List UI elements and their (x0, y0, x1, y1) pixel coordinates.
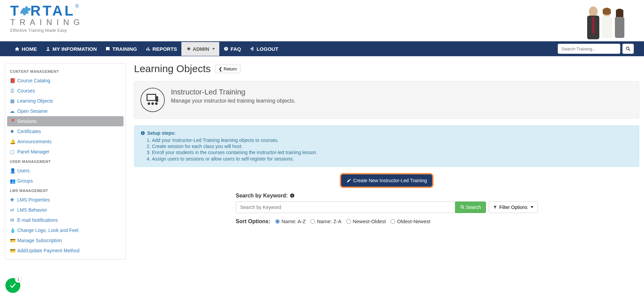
svg-rect-15 (147, 94, 156, 101)
help-icon[interactable]: ? (290, 193, 295, 198)
info-panel: Instructor-Led Training Manage your inst… (134, 81, 639, 119)
main-content: Learning Objects ❮Return Instructor-Led … (134, 63, 639, 259)
return-button[interactable]: ❮Return (215, 65, 241, 73)
chevron-left-icon: ❮ (219, 66, 222, 71)
filter-options-button[interactable]: Filter Options (489, 201, 537, 213)
sidebar-item-open-sesame[interactable]: ☁Open Sesame (5, 106, 126, 116)
question-icon: ? (224, 46, 228, 51)
info-title: Instructor-Led Training (171, 88, 295, 97)
star-icon: ✸ (10, 129, 15, 134)
user-icon (46, 46, 50, 51)
panel-icon: ▢ (10, 149, 15, 154)
setup-step: Assign users to sessions or allow users … (152, 156, 633, 162)
search-button[interactable] (622, 44, 634, 54)
sidebar-item-email-notifications[interactable]: ✉E-mail Notifications (5, 215, 126, 225)
sort-newest-oldest[interactable]: Newest-Oldest (346, 218, 386, 224)
svg-rect-8 (146, 48, 147, 50)
nav-my-information[interactable]: MY INFORMATION (41, 42, 101, 56)
home-icon (15, 46, 20, 51)
search-panel: Search by Keyword:? Search Filter Option… (231, 193, 542, 225)
svg-point-19 (156, 96, 158, 99)
nav-home[interactable]: HOME (10, 42, 41, 56)
logout-icon (250, 46, 254, 51)
drop-icon: 💧 (10, 228, 15, 233)
svg-point-16 (148, 102, 150, 105)
navbar: HOME MY INFORMATION TRAINING REPORTS ADM… (0, 41, 644, 56)
sidebar-item-announcements[interactable]: 🔔Announcements (5, 136, 126, 147)
setup-step: Add your Instructor-Led Training learnin… (152, 137, 633, 143)
nav-reports[interactable]: REPORTS (141, 42, 182, 56)
user-icon: 👤 (10, 168, 15, 173)
sidebar-item-learning-objects[interactable]: ▦Learning Objects (5, 96, 126, 106)
list-icon: ☰ (10, 88, 15, 93)
svg-rect-4 (601, 16, 612, 38)
sidebar-item-certificates[interactable]: ✸Certificates (5, 126, 126, 136)
bell-icon: 🔔 (10, 139, 15, 144)
svg-text:?: ? (291, 194, 293, 197)
create-instructor-led-training-button[interactable]: Create New Instructor-Led Training (340, 173, 434, 188)
page-title: Learning Objects (134, 63, 211, 75)
header: T RTAL ® TRAINING Effective Training Mad… (0, 0, 644, 41)
registered-mark: ® (75, 3, 79, 9)
search-label: Search by Keyword: (236, 193, 288, 199)
nav-faq[interactable]: ?FAQ (219, 42, 245, 56)
sidebar-item-payment-method[interactable]: 💳Add/Update Payment Method (5, 246, 126, 256)
book-icon (106, 46, 110, 51)
chevron-down-icon (531, 206, 533, 208)
sidebar-item-lms-behavior[interactable]: ⇄LMS Behavior (5, 205, 126, 215)
sidebar-item-courses[interactable]: ☰Courses (5, 86, 126, 96)
sort-name-az[interactable]: Name: A-Z (275, 218, 306, 224)
svg-point-13 (626, 47, 629, 50)
svg-rect-2 (592, 17, 595, 34)
cloud-icon: ☁ (10, 108, 15, 114)
search-button[interactable]: Search (455, 201, 486, 213)
users-icon: 👥 (10, 178, 15, 184)
sidebar-item-course-catalog[interactable]: 📕Course Catalog (5, 76, 126, 86)
sort-name-za[interactable]: Name: Z-A (310, 218, 341, 224)
info-icon: i (140, 131, 145, 135)
sidebar-item-panel-manager[interactable]: ▢Panel Manager (5, 147, 126, 157)
instructor-icon (140, 88, 165, 112)
svg-point-18 (155, 102, 157, 105)
card-icon: 💳 (10, 248, 15, 253)
svg-rect-10 (149, 49, 150, 50)
sort-label: Sort Options: (236, 218, 270, 225)
svg-point-25 (461, 206, 464, 208)
svg-rect-20 (156, 99, 158, 102)
sidebar-item-lms-properties[interactable]: ✚LMS Properties (5, 195, 126, 205)
setup-title: Setup steps: (147, 130, 176, 136)
sidebar-heading-lms: LMS MANAGEMENT (5, 186, 126, 195)
sidebar-item-users[interactable]: 👤Users (5, 166, 126, 176)
info-description: Manage your instructor-led training lear… (171, 98, 295, 104)
nav-logout[interactable]: LOGOUT (245, 42, 283, 56)
grid-icon: ▦ (10, 98, 15, 104)
gear-icon (186, 46, 191, 51)
nav-admin[interactable]: ADMIN (181, 42, 219, 56)
chevron-down-icon (212, 48, 215, 50)
keyword-input[interactable] (236, 201, 455, 213)
search-icon (626, 46, 630, 51)
pin-icon: 📍 (10, 119, 15, 124)
filter-icon (493, 205, 497, 209)
logo-tagline: Effective Training Made Easy (10, 28, 84, 33)
search-input[interactable] (558, 44, 620, 54)
sidebar-heading-user: USER MANAGEMENT (5, 157, 126, 166)
svg-point-17 (151, 102, 154, 105)
sidebar-item-sessions[interactable]: 📍Sessions (7, 116, 124, 126)
svg-line-26 (463, 208, 464, 209)
svg-rect-6 (615, 17, 624, 38)
svg-line-14 (629, 49, 630, 51)
edit-icon (347, 178, 351, 183)
sort-oldest-newest[interactable]: Oldest-Newest (391, 218, 430, 224)
mail-icon: ✉ (10, 217, 15, 223)
sidebar-item-change-logo[interactable]: 💧Change Logo, Look and Feel (5, 225, 126, 235)
search-icon (460, 205, 465, 209)
logo: T RTAL ® TRAINING Effective Training Mad… (10, 3, 84, 33)
sidebar-item-groups[interactable]: 👥Groups (5, 176, 126, 186)
chart-icon (146, 46, 151, 51)
nav-training[interactable]: TRAINING (101, 42, 141, 56)
setup-step: Enroll your students in the courses cont… (152, 149, 633, 155)
header-people-image (576, 3, 637, 42)
svg-point-0 (589, 6, 598, 17)
sidebar-item-manage-subscription[interactable]: 💳Manage Subscription (5, 235, 126, 246)
